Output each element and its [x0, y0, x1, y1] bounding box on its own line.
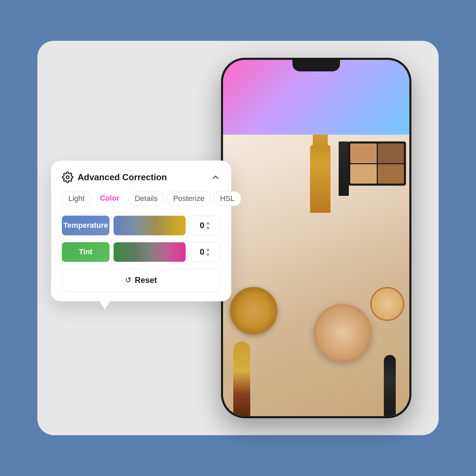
makeup-background [223, 135, 409, 416]
temperature-up-arrow[interactable]: ▲ [206, 220, 210, 225]
tab-hsl[interactable]: HSL [214, 191, 241, 206]
eyeshadow-palette [348, 141, 406, 186]
phone-mockup [221, 58, 411, 418]
main-card: Advanced Correction Light Color Details … [37, 41, 439, 435]
phone-image [223, 135, 409, 416]
phone-inner [223, 60, 409, 416]
tint-value-box: 0 ▲ ▼ [190, 242, 220, 262]
reset-label: Reset [135, 275, 157, 285]
panel-header-left: Advanced Correction [62, 171, 167, 183]
tab-posterize[interactable]: Posterize [167, 191, 211, 206]
svg-point-0 [66, 176, 69, 179]
palette-cell-2 [378, 143, 404, 163]
tint-track: Tint 0 ▲ ▼ [62, 242, 220, 262]
makeup-brush-2 [384, 355, 396, 416]
palette-cell-3 [350, 164, 377, 184]
tint-up-arrow[interactable]: ▲ [206, 247, 210, 252]
palette-cell-4 [378, 164, 404, 184]
temperature-slider-row: Temperature 0 ▲ ▼ [62, 216, 220, 235]
tab-light[interactable]: Light [62, 191, 91, 206]
tint-slider-row: Tint 0 ▲ ▼ [62, 242, 220, 262]
tab-color[interactable]: Color [94, 191, 125, 206]
tint-stepper[interactable]: ▲ ▼ [206, 247, 210, 257]
reset-icon: ↺ [125, 276, 131, 285]
phone-notch [292, 60, 340, 71]
temperature-track: Temperature 0 ▲ ▼ [62, 216, 220, 235]
compact-powder-2 [314, 304, 372, 362]
black-tube [339, 141, 349, 196]
temperature-label: Temperature [62, 216, 109, 235]
tint-label: Tint [62, 242, 109, 262]
tint-value: 0 [200, 247, 204, 257]
collapse-button[interactable] [211, 172, 220, 182]
compact-powder-3 [370, 287, 404, 321]
makeup-brush-1 [233, 341, 250, 416]
temperature-stepper[interactable]: ▲ ▼ [206, 220, 210, 231]
foundation-bottle [310, 145, 330, 213]
palette-cell-1 [350, 143, 377, 163]
foundation-cap [313, 135, 328, 147]
temperature-gradient [114, 216, 186, 235]
temperature-slider[interactable] [114, 216, 186, 235]
tab-bar: Light Color Details Posterize HSL [62, 191, 220, 206]
panel-header: Advanced Correction [62, 171, 220, 183]
advanced-correction-panel: Advanced Correction Light Color Details … [51, 160, 231, 301]
temperature-down-arrow[interactable]: ▼ [206, 226, 210, 231]
tint-down-arrow[interactable]: ▼ [206, 252, 210, 257]
compact-powder-1 [230, 287, 277, 335]
gear-icon [62, 171, 73, 183]
temperature-value-box: 0 ▲ ▼ [190, 216, 220, 235]
reset-button[interactable]: ↺ Reset [62, 269, 220, 292]
temperature-value: 0 [200, 221, 204, 230]
tab-details[interactable]: Details [128, 191, 164, 206]
tint-gradient [114, 242, 186, 262]
tint-slider[interactable] [114, 242, 186, 262]
panel-title: Advanced Correction [78, 172, 167, 183]
